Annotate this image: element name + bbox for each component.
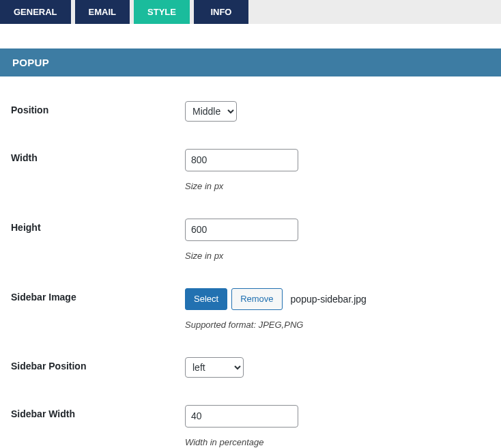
label-position: Position bbox=[11, 101, 185, 115]
sidebar-image-help: Supported format: JPEG,PNG bbox=[185, 320, 490, 330]
position-select[interactable]: Middle bbox=[185, 101, 237, 122]
label-sidebar-width: Sidebar Width bbox=[11, 405, 185, 419]
tab-bar: GENERAL EMAIL STYLE INFO bbox=[0, 0, 501, 24]
label-width: Width bbox=[11, 149, 185, 163]
row-height: Height Size in px bbox=[11, 205, 490, 275]
form-body: Position Middle Width Size in px Height … bbox=[0, 76, 501, 448]
height-input[interactable] bbox=[185, 219, 298, 241]
sidebar-width-help: Width in percentage bbox=[185, 437, 490, 447]
section-header-popup: POPUP bbox=[0, 48, 501, 76]
control-sidebar-width: Width in percentage bbox=[185, 405, 490, 447]
label-height: Height bbox=[11, 219, 185, 233]
width-help: Size in px bbox=[185, 181, 490, 191]
tab-info[interactable]: INFO bbox=[194, 0, 248, 24]
row-sidebar-position: Sidebar Position left bbox=[11, 344, 490, 391]
width-input[interactable] bbox=[185, 149, 298, 171]
tab-general[interactable]: GENERAL bbox=[0, 0, 71, 24]
remove-image-button[interactable]: Remove bbox=[231, 288, 282, 310]
sidebar-image-filename: popup-sidebar.jpg bbox=[291, 294, 367, 305]
control-height: Size in px bbox=[185, 219, 490, 261]
control-position: Middle bbox=[185, 101, 490, 122]
row-sidebar-width: Sidebar Width Width in percentage bbox=[11, 391, 490, 449]
row-width: Width Size in px bbox=[11, 135, 490, 205]
row-sidebar-image: Sidebar Image Select Remove popup-sideba… bbox=[11, 275, 490, 344]
row-position: Position Middle bbox=[11, 87, 490, 135]
label-sidebar-image: Sidebar Image bbox=[11, 288, 185, 303]
control-sidebar-image: Select Remove popup-sidebar.jpg Supporte… bbox=[185, 288, 490, 330]
select-image-button[interactable]: Select bbox=[185, 288, 227, 310]
height-help: Size in px bbox=[185, 251, 490, 261]
sidebar-width-input[interactable] bbox=[185, 405, 298, 428]
sidebar-position-select[interactable]: left bbox=[185, 357, 244, 378]
control-sidebar-position: left bbox=[185, 357, 490, 378]
control-width: Size in px bbox=[185, 149, 490, 191]
tab-style[interactable]: STYLE bbox=[134, 0, 190, 24]
tab-email[interactable]: EMAIL bbox=[75, 0, 130, 24]
label-sidebar-position: Sidebar Position bbox=[11, 357, 185, 372]
